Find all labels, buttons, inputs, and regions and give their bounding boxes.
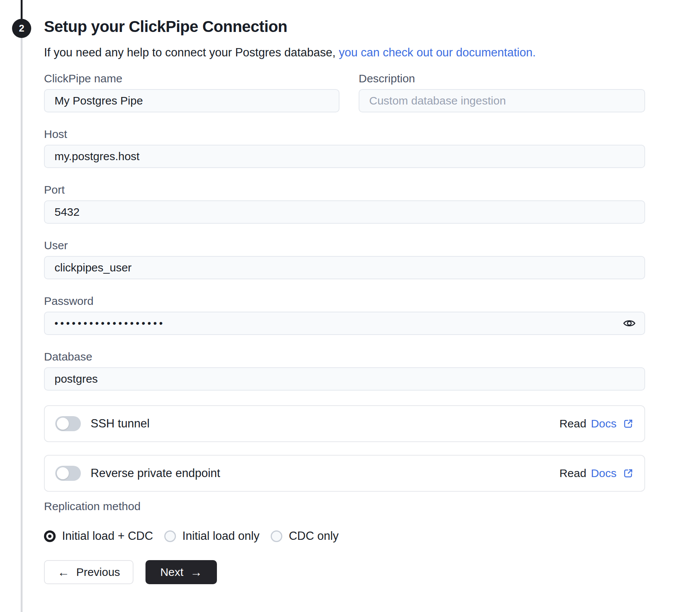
- name-description-row: ClickPipe name Description: [44, 72, 645, 112]
- user-field: User: [44, 239, 645, 279]
- replication-method-options: Initial load + CDC Initial load only CDC…: [44, 529, 645, 543]
- radio-label: Initial load only: [182, 529, 259, 543]
- intro-text: If you need any help to connect your Pos…: [44, 46, 645, 59]
- next-button-label: Next: [160, 566, 183, 579]
- ssh-docs-link[interactable]: Docs: [591, 417, 617, 430]
- step-number-badge: 2: [12, 19, 31, 38]
- host-label: Host: [44, 128, 645, 141]
- port-label: Port: [44, 183, 645, 196]
- host-input[interactable]: [44, 145, 645, 168]
- database-label: Database: [44, 350, 645, 363]
- external-link-icon[interactable]: [623, 468, 634, 479]
- radio-label: Initial load + CDC: [62, 529, 153, 543]
- reverse-private-endpoint-left: Reverse private endpoint: [55, 466, 220, 481]
- description-input[interactable]: [359, 89, 645, 112]
- radio-selected-icon[interactable]: [44, 530, 56, 542]
- radio-unselected-icon[interactable]: [164, 530, 176, 542]
- database-input[interactable]: [44, 367, 645, 391]
- radio-option-initial-load-only[interactable]: Initial load only: [164, 529, 259, 543]
- clickpipe-name-input[interactable]: [44, 89, 339, 112]
- description-label: Description: [359, 72, 645, 85]
- password-visibility-toggle[interactable]: [621, 315, 638, 332]
- documentation-link[interactable]: you can check out our documentation.: [339, 46, 536, 59]
- ssh-tunnel-toggle[interactable]: [55, 416, 81, 431]
- progress-rail: [21, 0, 23, 612]
- wizard-navigation: ← Previous Next →: [44, 560, 645, 584]
- ssh-tunnel-label: SSH tunnel: [91, 417, 150, 430]
- ssh-tunnel-docs: Read Docs: [559, 417, 634, 430]
- password-label: Password: [44, 295, 645, 308]
- step-content: Setup your ClickPipe Connection If you n…: [44, 0, 645, 584]
- host-field: Host: [44, 128, 645, 168]
- intro-plain-text: If you need any help to connect your Pos…: [44, 46, 339, 59]
- progress-rail-active-segment: [21, 0, 23, 19]
- next-button[interactable]: Next →: [145, 560, 217, 584]
- reverse-private-endpoint-docs: Read Docs: [559, 467, 634, 480]
- reverse-private-endpoint-toggle[interactable]: [55, 466, 81, 481]
- previous-button-label: Previous: [76, 566, 120, 579]
- password-field: Password: [44, 295, 645, 335]
- step-number: 2: [19, 23, 24, 34]
- eye-icon: [623, 317, 636, 330]
- arrow-right-icon: →: [190, 566, 202, 578]
- reverse-private-endpoint-card: Reverse private endpoint Read Docs: [44, 455, 645, 492]
- read-text: Read: [559, 417, 586, 430]
- database-field: Database: [44, 350, 645, 391]
- radio-option-cdc-only[interactable]: CDC only: [271, 529, 339, 543]
- page-title: Setup your ClickPipe Connection: [44, 18, 645, 35]
- replication-method-label: Replication method: [44, 500, 645, 513]
- rpe-docs-link[interactable]: Docs: [591, 467, 617, 480]
- port-field: Port: [44, 183, 645, 224]
- user-input[interactable]: [44, 256, 645, 279]
- clickpipe-name-field: ClickPipe name: [44, 72, 339, 112]
- ssh-tunnel-left: SSH tunnel: [55, 416, 150, 431]
- radio-unselected-icon[interactable]: [271, 530, 282, 542]
- password-input[interactable]: [44, 312, 645, 335]
- password-input-wrapper: [44, 312, 645, 335]
- clickpipe-name-label: ClickPipe name: [44, 72, 339, 85]
- read-text: Read: [559, 467, 586, 480]
- port-input[interactable]: [44, 200, 645, 224]
- user-label: User: [44, 239, 645, 252]
- reverse-private-endpoint-label: Reverse private endpoint: [91, 467, 220, 480]
- ssh-tunnel-card: SSH tunnel Read Docs: [44, 405, 645, 442]
- arrow-left-icon: ←: [58, 566, 70, 578]
- radio-label: CDC only: [289, 529, 339, 543]
- description-field: Description: [359, 72, 645, 112]
- radio-option-initial-load-cdc[interactable]: Initial load + CDC: [44, 529, 153, 543]
- external-link-icon[interactable]: [623, 418, 634, 429]
- previous-button[interactable]: ← Previous: [44, 560, 133, 584]
